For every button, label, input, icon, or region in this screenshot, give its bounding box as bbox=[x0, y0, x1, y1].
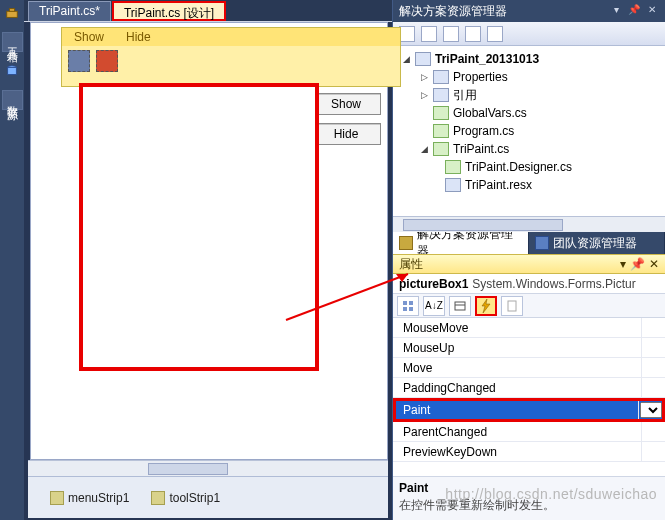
svg-rect-0 bbox=[7, 11, 18, 17]
tray-toolstrip[interactable]: toolStrip1 bbox=[151, 491, 220, 505]
top-label-show: Show bbox=[74, 30, 104, 44]
tab-code[interactable]: TriPaint.cs* bbox=[28, 1, 111, 21]
folder-icon bbox=[433, 70, 449, 84]
properties-header: 属性 ▾📌✕ bbox=[393, 254, 665, 274]
dropdown-icon[interactable]: ▾ bbox=[620, 257, 626, 271]
solution-explorer-icon bbox=[399, 236, 413, 250]
explorer-bottom-tabs: 解决方案资源管理器 团队资源管理器 bbox=[393, 232, 665, 254]
dropdown-icon[interactable]: ▾ bbox=[609, 4, 623, 18]
btn-hide[interactable]: Hide bbox=[311, 123, 381, 145]
thumb-1 bbox=[68, 50, 90, 72]
references-icon bbox=[433, 88, 449, 102]
datasource-tab[interactable]: 数据源 bbox=[2, 90, 23, 110]
expander-icon[interactable]: ▷ bbox=[419, 72, 429, 82]
property-pages-button[interactable] bbox=[501, 296, 523, 316]
right-dock: 解决方案资源管理器 ▾📌✕ ◢TriPaint_20131013 ▷Proper… bbox=[392, 0, 665, 520]
categorized-button[interactable] bbox=[397, 296, 419, 316]
showall-icon[interactable] bbox=[421, 26, 437, 42]
expander-icon[interactable]: ◢ bbox=[401, 54, 411, 64]
event-handler-dropdown[interactable] bbox=[640, 402, 662, 418]
close-icon[interactable]: ✕ bbox=[649, 257, 659, 271]
svg-rect-5 bbox=[409, 301, 413, 305]
svg-rect-1 bbox=[9, 9, 14, 12]
picturebox-highlight[interactable] bbox=[79, 83, 319, 371]
alphabetical-button[interactable]: A↓Z bbox=[423, 296, 445, 316]
events-grid[interactable]: MouseMove MouseUp Move PaddingChanged Pa… bbox=[393, 318, 665, 476]
designer-surface: Show Hide Show Hide menuStrip1 toolS bbox=[24, 22, 392, 520]
event-row[interactable]: PaddingChanged bbox=[393, 378, 665, 398]
pin-icon[interactable]: 📌 bbox=[630, 257, 645, 271]
editor-area: TriPaint.cs* TriPaint.cs [设计] Show Hide … bbox=[24, 0, 392, 520]
thumb-2 bbox=[96, 50, 118, 72]
project-icon bbox=[415, 52, 431, 66]
tree-h-scrollbar[interactable] bbox=[393, 216, 665, 232]
component-tray: menuStrip1 toolStrip1 bbox=[28, 476, 388, 518]
event-row-selected[interactable]: Paint bbox=[393, 398, 665, 422]
tree-project[interactable]: ◢TriPaint_20131013 bbox=[397, 50, 665, 68]
properties-title: 属性 bbox=[399, 256, 423, 273]
event-row[interactable]: PreviewKeyDown bbox=[393, 442, 665, 462]
tab-team-explorer[interactable]: 团队资源管理器 bbox=[529, 232, 665, 254]
tab-designer[interactable]: TriPaint.cs [设计] bbox=[112, 1, 226, 21]
tab-solution-explorer[interactable]: 解决方案资源管理器 bbox=[393, 232, 529, 254]
datasource-icon bbox=[5, 64, 19, 78]
tree-program[interactable]: Program.cs bbox=[397, 122, 665, 140]
tray-menustrip[interactable]: menuStrip1 bbox=[50, 491, 129, 505]
pin-icon[interactable]: 📌 bbox=[627, 4, 641, 18]
h-scrollbar[interactable] bbox=[28, 460, 388, 476]
viewdesigner-icon[interactable] bbox=[487, 26, 503, 42]
desc-title: Paint bbox=[399, 481, 659, 495]
properties-icon[interactable] bbox=[399, 26, 415, 42]
desc-body: 在控件需要重新绘制时发生。 bbox=[399, 497, 659, 514]
close-icon[interactable]: ✕ bbox=[645, 4, 659, 18]
property-description: Paint 在控件需要重新绘制时发生。 bbox=[393, 476, 665, 520]
top-label-hide: Hide bbox=[126, 30, 151, 44]
cs-file-icon bbox=[433, 106, 449, 120]
event-row[interactable]: Move bbox=[393, 358, 665, 378]
expander-icon[interactable]: ◢ bbox=[419, 144, 429, 154]
svg-rect-3 bbox=[8, 68, 17, 75]
event-row[interactable]: MouseUp bbox=[393, 338, 665, 358]
cs-file-icon bbox=[445, 160, 461, 174]
tree-references[interactable]: ▷引用 bbox=[397, 86, 665, 104]
tree-tripaint[interactable]: ◢TriPaint.cs bbox=[397, 140, 665, 158]
expander-icon[interactable]: ▷ bbox=[419, 90, 429, 100]
events-button[interactable] bbox=[475, 296, 497, 316]
svg-rect-10 bbox=[508, 301, 516, 311]
team-explorer-icon bbox=[535, 236, 549, 250]
properties-panel: 属性 ▾📌✕ pictureBox1System.Windows.Forms.P… bbox=[393, 254, 665, 520]
solution-explorer-header: 解决方案资源管理器 ▾📌✕ bbox=[393, 0, 665, 22]
solution-tree[interactable]: ◢TriPaint_20131013 ▷Properties ▷引用 Globa… bbox=[393, 46, 665, 216]
toolbox-icon bbox=[5, 6, 19, 20]
svg-rect-7 bbox=[409, 307, 413, 311]
resx-file-icon bbox=[445, 178, 461, 192]
svg-rect-8 bbox=[455, 302, 465, 310]
tree-globalvars[interactable]: GlobalVars.cs bbox=[397, 104, 665, 122]
properties-toolbar: A↓Z bbox=[393, 294, 665, 318]
solution-explorer-title: 解决方案资源管理器 bbox=[399, 3, 507, 20]
toolstrip-icon bbox=[151, 491, 165, 505]
refresh-icon[interactable] bbox=[443, 26, 459, 42]
menustrip-icon bbox=[50, 491, 64, 505]
form-yellow-strip: Show Hide bbox=[61, 27, 401, 87]
btn-show[interactable]: Show bbox=[311, 93, 381, 115]
tree-designer-cs[interactable]: TriPaint.Designer.cs bbox=[397, 158, 665, 176]
designer-canvas[interactable]: Show Hide Show Hide bbox=[30, 22, 388, 460]
solution-toolbar bbox=[393, 22, 665, 46]
svg-rect-6 bbox=[403, 307, 407, 311]
viewcode-icon[interactable] bbox=[465, 26, 481, 42]
event-row[interactable]: MouseMove bbox=[393, 318, 665, 338]
tree-properties[interactable]: ▷Properties bbox=[397, 68, 665, 86]
toolbox-tab[interactable]: 工具箱 bbox=[2, 32, 23, 52]
side-tool-rail: 工具箱 数据源 bbox=[0, 0, 24, 520]
tree-resx[interactable]: TriPaint.resx bbox=[397, 176, 665, 194]
cs-form-icon bbox=[433, 142, 449, 156]
event-row[interactable]: ParentChanged bbox=[393, 422, 665, 442]
properties-view-button[interactable] bbox=[449, 296, 471, 316]
form-top-bar: Show Hide bbox=[62, 28, 400, 46]
document-tabs: TriPaint.cs* TriPaint.cs [设计] bbox=[24, 0, 392, 22]
properties-object-selector[interactable]: pictureBox1System.Windows.Forms.Pictur bbox=[393, 274, 665, 294]
svg-rect-4 bbox=[403, 301, 407, 305]
cs-file-icon bbox=[433, 124, 449, 138]
